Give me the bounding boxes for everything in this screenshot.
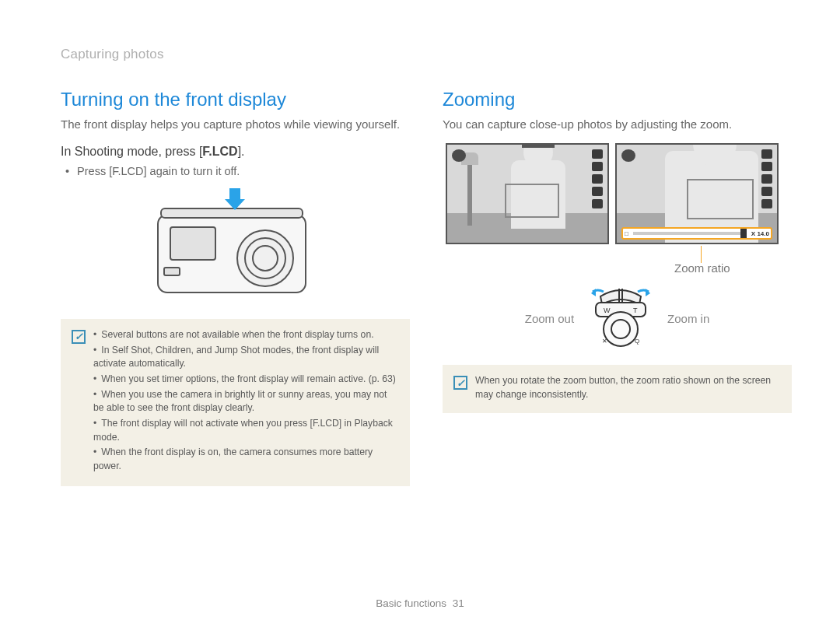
zoom-dial-illustration: W T ✕ Q bbox=[585, 287, 656, 349]
section-title-zooming: Zooming bbox=[443, 89, 792, 110]
svg-marker-15 bbox=[646, 289, 650, 296]
note-icon: ✓ bbox=[453, 376, 467, 390]
svg-text:Q: Q bbox=[635, 338, 639, 345]
note-item: When you use the camera in brightly lit … bbox=[93, 388, 399, 415]
dial-w-label: W bbox=[604, 306, 611, 314]
svg-rect-6 bbox=[164, 268, 180, 275]
zoom-in-label: Zoom in bbox=[667, 312, 709, 325]
zoom-ratio-leader bbox=[701, 246, 702, 263]
front-display-intro: The front display helps you capture phot… bbox=[61, 117, 410, 132]
note-item: In Self Shot, Children, and Jump Shot mo… bbox=[93, 344, 399, 371]
zoom-dial-row: Zoom out W T bbox=[443, 287, 792, 349]
zoom-ratio-label: Zoom ratio bbox=[674, 261, 792, 275]
note-item: The front display will not activate when… bbox=[93, 417, 399, 444]
zoom-screen-tele: □ X 14.0 bbox=[615, 143, 779, 244]
left-column: Turning on the front display The front d… bbox=[61, 89, 410, 486]
svg-text:✕: ✕ bbox=[602, 338, 607, 345]
svg-marker-14 bbox=[591, 289, 596, 296]
note-item: Several buttons are not available when t… bbox=[93, 328, 399, 342]
zoom-ratio-bar: □ X 14.0 bbox=[621, 227, 772, 240]
breadcrumb: Capturing photos bbox=[61, 47, 792, 62]
svg-rect-7 bbox=[229, 188, 240, 199]
zoom-screens: □ X 14.0 bbox=[446, 143, 792, 244]
svg-point-13 bbox=[611, 320, 630, 338]
svg-rect-2 bbox=[170, 227, 215, 260]
zoom-out-label: Zoom out bbox=[525, 312, 574, 325]
page-footer: Basic functions 31 bbox=[0, 597, 840, 609]
right-column: Zooming You can capture close-up photos … bbox=[443, 89, 792, 486]
note-item: When you set timer options, the front di… bbox=[93, 373, 399, 387]
section-title-front-display: Turning on the front display bbox=[61, 89, 410, 110]
zoom-note-text: When you rotate the zoom button, the zoo… bbox=[475, 374, 781, 401]
svg-point-5 bbox=[253, 246, 278, 271]
front-display-sub-bullet: Press [F.LCD] again to turn it off. bbox=[65, 165, 410, 177]
front-display-note-box: ✓ Several buttons are not available when… bbox=[61, 319, 410, 486]
note-item: When the front display is on, the camera… bbox=[93, 446, 399, 473]
svg-rect-1 bbox=[161, 208, 303, 218]
front-display-instruction: In Shooting mode, press [F.LCD]. bbox=[61, 143, 410, 160]
note-icon: ✓ bbox=[72, 330, 86, 344]
zooming-intro: You can capture close-up photos by adjus… bbox=[443, 117, 792, 132]
zoom-screen-wide bbox=[446, 143, 609, 244]
camera-illustration bbox=[142, 187, 329, 303]
dial-t-label: T bbox=[633, 306, 638, 314]
front-display-notes: Several buttons are not available when t… bbox=[93, 328, 399, 475]
zoom-note-box: ✓ When you rotate the zoom button, the z… bbox=[443, 365, 792, 412]
